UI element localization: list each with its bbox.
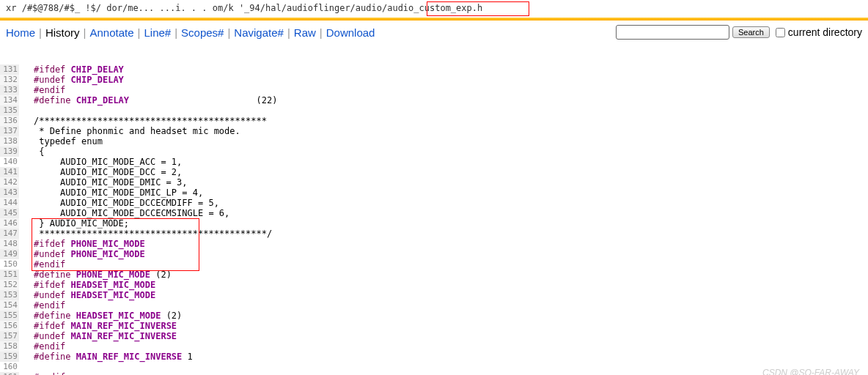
line-number[interactable]: 137 — [0, 126, 19, 136]
code-text: #undef PHONE_MIC_MODE — [34, 249, 868, 259]
line-number[interactable]: 147 — [0, 229, 19, 239]
line-number[interactable]: 160 — [0, 362, 19, 372]
code-line: 150#endif — [0, 259, 868, 270]
code-line: 152#ifdef HEADSET_MIC_MODE — [0, 280, 868, 290]
search-input[interactable] — [616, 25, 729, 40]
line-number[interactable]: 156 — [0, 321, 19, 331]
path-prefix: xr /#$@788/#$_ !$/ dor/me... ...i. . . o… — [6, 3, 382, 13]
code-text: AUDIO_MIC_MODE_DMIC_LP = 4, — [34, 188, 868, 198]
code-text: #ifdef PHONE_MIC_MODE — [34, 239, 868, 249]
line-number[interactable]: 135 — [0, 105, 19, 116]
code-text: #ifdef MAIN_REF_MIC_INVERSE — [34, 321, 868, 331]
code-line: 137 * Define phonmic and headset mic mod… — [0, 126, 868, 136]
code-line: 160 — [0, 362, 868, 372]
line-number[interactable]: 142 — [0, 177, 19, 188]
line-number[interactable]: 157 — [0, 331, 19, 341]
code-line: 161#endif — [0, 372, 868, 375]
code-line: 149#undef PHONE_MIC_MODE — [0, 249, 868, 259]
line-number[interactable]: 133 — [0, 85, 19, 95]
code-line: 136/************************************… — [0, 116, 868, 126]
line-number[interactable]: 155 — [0, 311, 19, 321]
search-button[interactable]: Search — [732, 26, 770, 38]
line-number[interactable]: 131 — [0, 64, 19, 75]
nav-separator: | — [287, 26, 290, 39]
nav-line[interactable]: Line# — [144, 26, 171, 39]
nav-download[interactable]: Download — [326, 26, 375, 39]
code-line: 159#define MAIN_REF_MIC_INVERSE 1 — [0, 352, 868, 362]
code-line: 158#endif — [0, 341, 868, 352]
line-number[interactable]: 151 — [0, 270, 19, 280]
nav-separator: | — [227, 26, 230, 39]
code-line: 147 ************************************… — [0, 229, 868, 239]
code-line: 138 typedef enum — [0, 136, 868, 146]
line-number[interactable]: 153 — [0, 290, 19, 300]
line-number[interactable]: 159 — [0, 352, 19, 362]
line-number[interactable]: 144 — [0, 198, 19, 208]
line-number[interactable]: 152 — [0, 280, 19, 290]
code-line: 151#define PHONE_MIC_MODE (2) — [0, 270, 868, 280]
watermark: CSDN @SO-FAR-AWAY — [762, 368, 859, 375]
code-text: /***************************************… — [34, 116, 868, 126]
line-number[interactable]: 145 — [0, 208, 19, 218]
line-number[interactable]: 158 — [0, 341, 19, 352]
line-number[interactable]: 141 — [0, 167, 19, 177]
code-text: #undef HEADSET_MIC_MODE — [34, 290, 868, 300]
code-text: AUDIO_MIC_MODE_ACC = 1, — [34, 157, 868, 167]
line-number[interactable]: 140 — [0, 157, 19, 167]
line-number[interactable]: 138 — [0, 136, 19, 146]
current-dir-label[interactable]: current directory — [776, 26, 862, 38]
code-text: #endif — [34, 372, 868, 375]
code-line: 135 — [0, 105, 868, 116]
code-line: 155#define HEADSET_MIC_MODE (2) — [0, 311, 868, 321]
line-number[interactable]: 139 — [0, 146, 19, 157]
line-number[interactable]: 146 — [0, 218, 19, 229]
code-line: 134#define CHIP_DELAY (22) — [0, 95, 868, 105]
code-line: 146 } AUDIO_MIC_MODE; — [0, 218, 868, 229]
code-text: #define CHIP_DELAY (22) — [34, 95, 868, 105]
code-line: 153#undef HEADSET_MIC_MODE — [0, 290, 868, 300]
code-line: 133#endif — [0, 85, 868, 95]
line-number[interactable]: 150 — [0, 259, 19, 270]
code-text: { — [34, 146, 868, 157]
code-text: #endif — [34, 300, 868, 311]
nav-separator: | — [138, 26, 141, 39]
line-number[interactable]: 154 — [0, 300, 19, 311]
current-dir-checkbox[interactable] — [776, 28, 785, 37]
code-line: 148#ifdef PHONE_MIC_MODE — [0, 239, 868, 249]
line-number[interactable]: 136 — [0, 116, 19, 126]
current-dir-text: current directory — [788, 26, 862, 38]
line-number[interactable]: 148 — [0, 239, 19, 249]
nav-raw[interactable]: Raw — [294, 26, 316, 39]
code-text: #ifdef CHIP_DELAY — [34, 64, 868, 75]
code-text: typedef enum — [34, 136, 868, 146]
code-text — [34, 362, 868, 372]
code-line: 141 AUDIO_MIC_MODE_DCC = 2, — [0, 167, 868, 177]
line-number[interactable]: 143 — [0, 188, 19, 198]
nav-home[interactable]: Home — [6, 26, 35, 39]
code-text: #undef CHIP_DELAY — [34, 75, 868, 85]
code-text: AUDIO_MIC_MODE_DCC = 2, — [34, 167, 868, 177]
line-number[interactable]: 149 — [0, 249, 19, 259]
code-text: #undef MAIN_REF_MIC_INVERSE — [34, 331, 868, 341]
code-line: 156#ifdef MAIN_REF_MIC_INVERSE — [0, 321, 868, 331]
path-bar: xr /#$@788/#$_ !$/ dor/me... ...i. . . o… — [0, 0, 868, 18]
nav-separator: | — [174, 26, 177, 39]
nav-history[interactable]: History — [45, 26, 80, 39]
line-number[interactable]: 134 — [0, 95, 19, 105]
nav-navigate[interactable]: Navigate# — [234, 26, 284, 39]
code-line: 157#undef MAIN_REF_MIC_INVERSE — [0, 331, 868, 341]
code-text: #define HEADSET_MIC_MODE (2) — [34, 311, 868, 321]
nav-separator: | — [39, 26, 42, 39]
path-highlighted: /audio_custom_exp.h — [382, 3, 482, 13]
nav-scopes[interactable]: Scopes# — [181, 26, 224, 39]
nav-separator: | — [320, 26, 323, 39]
code-text: #endif — [34, 341, 868, 352]
code-line: 143 AUDIO_MIC_MODE_DMIC_LP = 4, — [0, 188, 868, 198]
nav-annotate[interactable]: Annotate — [90, 26, 134, 39]
code-line: 132#undef CHIP_DELAY — [0, 75, 868, 85]
code-text: ****************************************… — [34, 229, 868, 239]
line-number[interactable]: 132 — [0, 75, 19, 85]
code-line: 140 AUDIO_MIC_MODE_ACC = 1, — [0, 157, 868, 167]
line-number[interactable]: 161 — [0, 372, 19, 375]
code-line: 142 AUDIO_MIC_MODE_DMIC = 3, — [0, 177, 868, 188]
